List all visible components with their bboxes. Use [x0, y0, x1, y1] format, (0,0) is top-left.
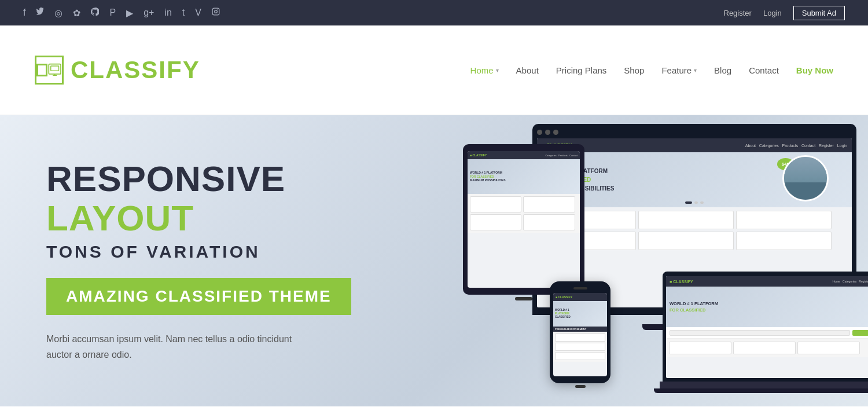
nav-pricing[interactable]: Pricing Plans [556, 65, 607, 75]
tumblr-icon[interactable]: t [182, 8, 185, 18]
hero-mockup: ■ CLASSIFY Categories Products Contact W… [457, 121, 868, 405]
svg-rect-4 [50, 66, 58, 71]
hero-description: Morbi accumsan ipsum velit. Nam nec tell… [46, 331, 359, 362]
instagram-icon[interactable] [212, 8, 220, 18]
hero-content: RESPONSIVE LAYOUT TONS OF VARIATION AMAZ… [0, 159, 382, 362]
login-link[interactable]: Login [763, 9, 782, 17]
svg-rect-0 [212, 8, 219, 15]
laptop-mockup: ■ CLASSIFY Home Categories Register WORL… [654, 272, 868, 405]
hero-title: RESPONSIVE LAYOUT [46, 159, 382, 238]
facebook-icon[interactable]: f [23, 8, 25, 18]
google-plus-icon[interactable]: g+ [144, 8, 154, 18]
twitter-icon[interactable] [36, 8, 44, 18]
logo-icon [35, 56, 64, 85]
nav-blog[interactable]: Blog [714, 65, 731, 75]
main-nav: Home ▾ About Pricing Plans Shop Feature … [470, 65, 833, 75]
phone-mockup: ■ CLASSIFY WORLD # 1PLATFORMCLASSIFIED P… [550, 281, 610, 396]
pinterest-icon[interactable]: P [109, 8, 116, 18]
hero-cta-button[interactable]: AMAZING CLASSIFIED THEME [46, 278, 351, 315]
github-icon[interactable] [91, 8, 99, 18]
hero-title-layout: LAYOUT [46, 198, 194, 238]
hero-section: RESPONSIVE LAYOUT TONS OF VARIATION AMAZ… [0, 115, 868, 406]
hero-title-responsive: RESPONSIVE [46, 159, 285, 199]
nav-buy-now[interactable]: Buy Now [796, 65, 833, 75]
submit-ad-button[interactable]: Submit Ad [793, 6, 845, 20]
hero-subtitle: TONS OF VARIATION [46, 242, 382, 262]
nav-contact[interactable]: Contact [749, 65, 779, 75]
top-bar-right: Register Login Submit Ad [724, 6, 845, 20]
flickr-icon[interactable]: ✿ [73, 8, 80, 19]
svg-point-2 [218, 9, 218, 10]
header: CLASSIFY Home ▾ About Pricing Plans Shop… [0, 25, 868, 115]
home-chevron-icon: ▾ [496, 67, 499, 74]
nav-shop[interactable]: Shop [624, 65, 644, 75]
logo-text: CLASSIFY [71, 56, 200, 84]
vimeo-icon[interactable]: V [195, 8, 201, 18]
linkedin-icon[interactable]: in [164, 8, 171, 18]
svg-point-1 [215, 10, 218, 13]
dribbble-icon[interactable]: ◎ [54, 8, 62, 19]
youtube-icon[interactable]: ▶ [126, 8, 133, 19]
social-icons: f ◎ ✿ P ▶ g+ in t V [23, 8, 220, 19]
nav-about[interactable]: About [516, 65, 539, 75]
nav-feature[interactable]: Feature ▾ [661, 65, 697, 75]
feature-chevron-icon: ▾ [694, 67, 697, 74]
nav-home[interactable]: Home ▾ [470, 65, 499, 75]
top-bar: f ◎ ✿ P ▶ g+ in t V Register Login Submi… [0, 0, 868, 25]
logo[interactable]: CLASSIFY [35, 56, 200, 85]
register-link[interactable]: Register [724, 9, 752, 17]
